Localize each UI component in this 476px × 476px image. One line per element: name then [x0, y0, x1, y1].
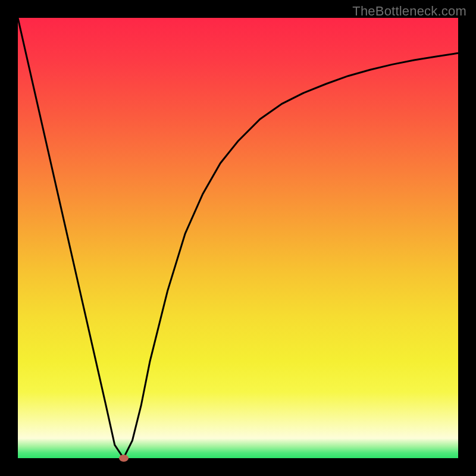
- bottleneck-curve: [18, 18, 458, 458]
- chart-container: TheBottleneck.com: [0, 0, 476, 476]
- minimum-marker: [119, 455, 129, 462]
- curve-path: [18, 18, 458, 458]
- plot-area: [18, 18, 458, 458]
- watermark-text: TheBottleneck.com: [352, 4, 466, 19]
